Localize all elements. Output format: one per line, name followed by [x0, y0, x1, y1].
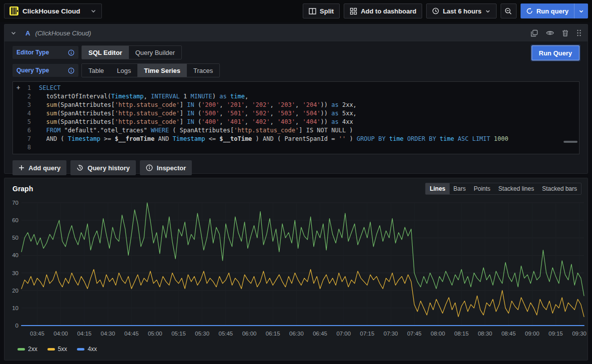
drag-query-handle[interactable] — [577, 29, 582, 36]
query-type-logs[interactable]: Logs — [110, 64, 137, 77]
query-ref-id: A — [25, 29, 30, 37]
time-series-chart[interactable]: 01020304050607003:4504:0004:1504:3004:45… — [4, 197, 588, 345]
graph-header: Graph LinesBarsPointsStacked linesStacke… — [4, 178, 588, 197]
x-tick-label: 06:15 — [266, 331, 280, 337]
legend-item-5xx[interactable]: 5xx — [47, 346, 67, 353]
graph-title: Graph — [12, 185, 33, 193]
view-mode-bars[interactable]: Bars — [450, 183, 470, 194]
query-type-time-series[interactable]: Time Series — [137, 64, 187, 77]
clock-icon — [432, 7, 439, 14]
query-datasource-hint: (ClickHouse Cloud) — [35, 29, 91, 37]
sql-code-editor[interactable]: +1SELECT2 toStartOfInterval(Timestamp, I… — [12, 81, 580, 154]
view-mode-stacked-bars[interactable]: Stacked bars — [538, 183, 581, 194]
query-type-label: Query Type — [16, 67, 49, 74]
x-tick-label: 04:45 — [124, 331, 139, 337]
code-line: 3 sum(SpanAttributes['http.status_code']… — [13, 101, 579, 109]
zoom-out-icon — [505, 7, 512, 15]
zoom-out-button[interactable] — [501, 3, 517, 18]
legend-swatch — [77, 348, 84, 351]
line-number: 3 — [13, 101, 39, 109]
y-tick-label: 60 — [12, 217, 18, 223]
split-icon — [309, 7, 316, 15]
code-line: +1SELECT — [13, 84, 579, 92]
y-tick-label: 40 — [12, 252, 18, 258]
disable-query-button[interactable] — [546, 30, 554, 36]
inspector-label: Inspector — [157, 164, 186, 172]
x-tick-label: 08:00 — [431, 331, 445, 337]
y-tick-label: 70 — [12, 200, 18, 206]
editor-type-query-builder[interactable]: Query Builder — [129, 46, 181, 59]
dashboard-grid-icon — [350, 7, 357, 15]
query-row-header[interactable]: A (ClickHouse Cloud) — [4, 24, 588, 41]
time-range-label: Last 6 hours — [443, 7, 481, 15]
chart-legend: 2xx5xx4xx — [4, 345, 588, 353]
view-mode-points[interactable]: Points — [470, 183, 494, 194]
editor-type-options: SQL EditorQuery Builder — [81, 45, 182, 59]
y-tick-label: 20 — [12, 288, 18, 294]
add-query-button[interactable]: Add query — [12, 160, 66, 175]
y-tick-label: 30 — [12, 270, 18, 276]
duplicate-query-button[interactable] — [531, 29, 538, 37]
x-tick-label: 06:45 — [313, 331, 327, 337]
x-tick-label: 03:45 — [30, 331, 44, 337]
code-line: 5 sum(SpanAttributes['http.status_code']… — [13, 118, 579, 126]
view-mode-lines[interactable]: Lines — [426, 183, 449, 194]
legend-swatch — [17, 348, 25, 351]
datasource-picker[interactable]: ClickHouse Cloud — [4, 3, 102, 18]
chevron-down-icon — [579, 8, 584, 14]
x-tick-label: 08:15 — [454, 331, 469, 337]
info-icon[interactable] — [68, 67, 74, 74]
x-tick-label: 07:15 — [360, 331, 375, 337]
code-line: 7 AND ( Timestamp >= $__fromTime AND Tim… — [13, 135, 579, 143]
legend-item-4xx[interactable]: 4xx — [77, 346, 97, 353]
x-tick-label: 04:30 — [101, 331, 115, 337]
run-query-label: Run query — [537, 7, 569, 15]
x-tick-label: 05:15 — [171, 331, 186, 337]
time-range-picker[interactable]: Last 6 hours — [426, 3, 496, 18]
query-type-row: Query Type TableLogsTime SeriesTraces — [12, 63, 580, 77]
query-history-button[interactable]: Query history — [70, 160, 136, 175]
legend-label: 5xx — [58, 346, 67, 353]
query-type-options: TableLogsTime SeriesTraces — [81, 63, 220, 77]
query-type-traces[interactable]: Traces — [187, 64, 219, 77]
copy-icon — [531, 29, 538, 37]
query-type-label-box: Query Type — [12, 64, 78, 77]
legend-label: 2xx — [28, 346, 37, 353]
x-tick-label: 09:00 — [525, 331, 540, 337]
add-to-dashboard-button[interactable]: Add to dashboard — [344, 3, 422, 18]
run-query-caret[interactable] — [574, 3, 588, 18]
collapse-chevron-icon[interactable] — [10, 30, 16, 36]
x-tick-label: 05:00 — [148, 331, 162, 337]
query-type-table[interactable]: Table — [82, 64, 110, 77]
line-number: 4 — [13, 109, 39, 118]
line-number: 2 — [13, 92, 39, 101]
code-line: 4 sum(SpanAttributes['http.status_code']… — [13, 109, 579, 118]
legend-swatch — [47, 348, 55, 351]
inspector-button[interactable]: Inspector — [140, 160, 192, 175]
horizontal-scrollbar[interactable] — [564, 141, 578, 143]
editor-type-label-box: Editor Type — [12, 46, 78, 59]
info-circle-icon — [146, 164, 153, 171]
x-tick-label: 04:00 — [53, 331, 68, 337]
add-line-icon[interactable]: + — [16, 84, 20, 92]
line-number: 6 — [13, 126, 39, 135]
split-button[interactable]: Split — [303, 3, 340, 18]
run-query-main[interactable]: Run query — [521, 3, 574, 18]
add-query-label: Add query — [28, 164, 60, 172]
legend-item-2xx[interactable]: 2xx — [17, 346, 37, 353]
x-tick-label: 06:00 — [242, 331, 257, 337]
view-mode-stacked-lines[interactable]: Stacked lines — [495, 183, 538, 194]
y-tick-label: 50 — [12, 235, 18, 241]
editor-type-sql-editor[interactable]: SQL Editor — [82, 46, 129, 59]
run-query-split-button[interactable]: Run query — [521, 3, 588, 18]
x-tick-label: 09:30 — [572, 331, 587, 337]
remove-query-button[interactable] — [562, 29, 569, 36]
trash-icon — [562, 29, 569, 36]
series-line-5xx — [21, 270, 584, 317]
run-query-inline-button[interactable]: Run Query — [532, 45, 580, 60]
info-icon[interactable] — [68, 49, 74, 56]
query-editor-panel: A (ClickHouse Cloud) Editor Type SQL Edi… — [4, 24, 588, 174]
query-footer: Add query Query history Inspector — [12, 160, 580, 175]
x-tick-label: 04:15 — [77, 331, 91, 337]
plus-icon — [18, 165, 24, 171]
